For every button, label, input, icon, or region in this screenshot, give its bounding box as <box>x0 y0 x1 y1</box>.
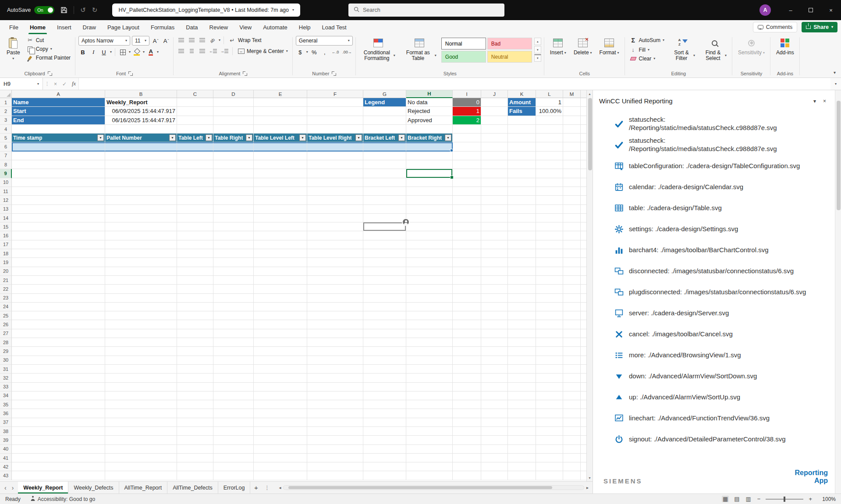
cell-A29[interactable] <box>12 347 105 356</box>
cell-B4[interactable] <box>105 125 177 134</box>
cell-H10[interactable] <box>406 178 453 187</box>
cell-E22[interactable] <box>254 285 307 293</box>
align-middle-button[interactable] <box>187 36 196 45</box>
cell-J36[interactable] <box>481 409 508 418</box>
row-header-23[interactable]: 23 <box>0 294 12 303</box>
cell-J5[interactable] <box>481 134 508 142</box>
cell-J12[interactable] <box>481 196 508 204</box>
sheet-nav-left-button[interactable]: ‹ <box>2 484 9 491</box>
formula-input[interactable] <box>78 78 830 90</box>
cell-K1[interactable]: Amount <box>508 98 536 107</box>
cell-C1[interactable] <box>177 98 213 107</box>
collapse-ribbon-chevron-icon[interactable]: ▾ <box>834 70 836 75</box>
cell-D29[interactable] <box>213 347 254 356</box>
cell-G14[interactable] <box>363 214 406 222</box>
cell-L32[interactable] <box>536 374 563 382</box>
cell-C5[interactable]: Table Left▼ <box>177 134 213 142</box>
cell-F4[interactable] <box>307 125 363 134</box>
zoom-slider[interactable] <box>766 496 803 502</box>
cell-G12[interactable] <box>363 196 406 204</box>
cell-F33[interactable] <box>307 383 363 391</box>
save-icon[interactable] <box>60 7 67 14</box>
filter-dropdown-button-G[interactable]: ▼ <box>398 134 405 141</box>
clear-button[interactable]: Clear▾ <box>628 55 666 63</box>
document-title[interactable]: HV_PalletCheckStation_LoggingTemplate_V8… <box>112 4 300 17</box>
cell-L28[interactable] <box>536 338 563 347</box>
cell-F28[interactable] <box>307 338 363 347</box>
cell-B12[interactable] <box>105 196 177 204</box>
cell-B34[interactable] <box>105 391 177 400</box>
cell-E37[interactable] <box>254 418 307 427</box>
cell-M27[interactable] <box>563 329 581 338</box>
cell-C7[interactable] <box>177 152 213 160</box>
cell-H24[interactable] <box>406 303 453 311</box>
cell-E9[interactable] <box>254 169 307 178</box>
cell-A40[interactable] <box>12 445 105 454</box>
cell-C34[interactable] <box>177 391 213 400</box>
cell-L10[interactable] <box>536 178 563 187</box>
cell-I9[interactable] <box>453 169 481 178</box>
cell-I13[interactable] <box>453 205 481 214</box>
fill-color-button[interactable] <box>132 48 141 56</box>
cell-C36[interactable] <box>177 409 213 418</box>
cell-F25[interactable] <box>307 311 363 320</box>
cell-I17[interactable] <box>453 240 481 249</box>
comma-style-button[interactable]: , <box>320 48 329 56</box>
cell-J11[interactable] <box>481 187 508 196</box>
sheet-tab-weekly_defects[interactable]: Weekly_Defects <box>68 482 119 493</box>
ribbon-tab-page-layout[interactable]: Page Layout <box>102 20 145 34</box>
cell-J35[interactable] <box>481 400 508 409</box>
cell-L22[interactable] <box>536 285 563 293</box>
cell-G34[interactable] <box>363 391 406 400</box>
cell-G32[interactable] <box>363 374 406 382</box>
cell-J32[interactable] <box>481 374 508 382</box>
cell-I23[interactable] <box>453 294 481 303</box>
cell-K27[interactable] <box>508 329 536 338</box>
cell-H12[interactable] <box>406 196 453 204</box>
cell-M3[interactable] <box>563 116 581 125</box>
cell-M43[interactable] <box>563 471 581 480</box>
cell-B36[interactable] <box>105 409 177 418</box>
cell-A1[interactable]: Name <box>12 98 105 107</box>
cell-J21[interactable] <box>481 276 508 285</box>
cell-G18[interactable] <box>363 249 406 258</box>
cell-B17[interactable] <box>105 240 177 249</box>
cell-H35[interactable] <box>406 400 453 409</box>
cell-L36[interactable] <box>536 409 563 418</box>
cell-B28[interactable] <box>105 338 177 347</box>
cell-D21[interactable] <box>213 276 254 285</box>
cut-button[interactable]: ✂Cut <box>25 36 72 44</box>
cell-F11[interactable] <box>307 187 363 196</box>
cell-J3[interactable] <box>481 116 508 125</box>
pane-item-cancel[interactable]: cancel: ./images/toolbar/Cancel.svg <box>593 324 835 345</box>
cell-M11[interactable] <box>563 187 581 196</box>
vertical-scroll-thumb[interactable] <box>588 98 592 170</box>
cell-C42[interactable] <box>177 462 213 471</box>
zoom-percentage[interactable]: 100% <box>817 496 836 502</box>
cell-C29[interactable] <box>177 347 213 356</box>
row-header-24[interactable]: 24 <box>0 303 12 311</box>
cell-B13[interactable] <box>105 205 177 214</box>
cell-F5[interactable]: Table Level Right▼ <box>307 134 363 142</box>
cell-G21[interactable] <box>363 276 406 285</box>
cell-G8[interactable] <box>363 160 406 169</box>
cell-G30[interactable] <box>363 356 406 365</box>
column-header-J[interactable]: J <box>481 90 508 98</box>
cell-K11[interactable] <box>508 187 536 196</box>
cell-K26[interactable] <box>508 320 536 329</box>
cell-H41[interactable] <box>406 454 453 462</box>
cell-N16[interactable] <box>581 231 586 240</box>
cell-E20[interactable] <box>254 267 307 276</box>
cell-E11[interactable] <box>254 187 307 196</box>
cell-K8[interactable] <box>508 160 536 169</box>
cell-K42[interactable] <box>508 462 536 471</box>
cell-H25[interactable] <box>406 311 453 320</box>
cell-G28[interactable] <box>363 338 406 347</box>
cell-E30[interactable] <box>254 356 307 365</box>
cell-M37[interactable] <box>563 418 581 427</box>
decrease-decimal-button[interactable]: .00→ <box>341 48 353 56</box>
cell-K2[interactable]: Fails <box>508 107 536 116</box>
cell-N33[interactable] <box>581 383 586 391</box>
select-all-button[interactable] <box>0 90 12 98</box>
cell-F27[interactable] <box>307 329 363 338</box>
